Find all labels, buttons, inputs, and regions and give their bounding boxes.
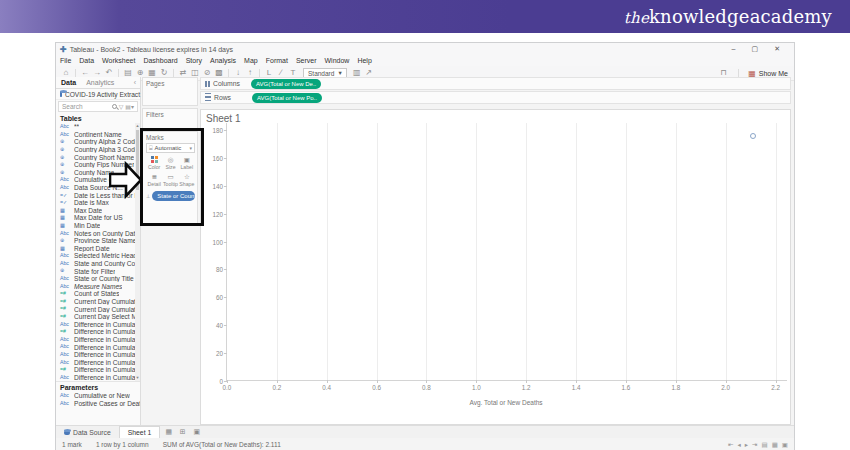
view-grid-icon[interactable]: ▦	[772, 441, 778, 449]
menu-file[interactable]: File	[60, 57, 71, 64]
field-row[interactable]: ⊕Province State Name	[56, 237, 140, 245]
y-tick	[224, 158, 227, 159]
field-row[interactable]: =#Count of States	[56, 290, 140, 298]
next-page-icon[interactable]: ▸	[745, 441, 748, 449]
filter-funnel-icon[interactable]: ▽	[119, 103, 124, 110]
annotation-arrow-icon	[109, 160, 143, 200]
tab-data-source[interactable]: Data Source	[58, 427, 117, 438]
collapse-pane-icon[interactable]: ‹	[134, 79, 140, 86]
field-row[interactable]: =#Difference in Cumulati...	[56, 328, 140, 336]
text-field-icon: Abc	[60, 185, 71, 190]
field-row[interactable]: ▦Max Date for US	[56, 214, 140, 222]
field-row[interactable]: AbcState and County Com...	[56, 260, 140, 268]
view-list-icon[interactable]: ▤	[762, 441, 768, 449]
menu-analysis[interactable]: Analysis	[210, 57, 236, 64]
rows-shelf[interactable]: Rows AVG(Total or New Po..	[200, 91, 791, 104]
menu-worksheet[interactable]: Worksheet	[102, 57, 135, 64]
title-bar: ✚ Tableau - Book2 - Tableau license expi…	[56, 43, 794, 55]
field-row[interactable]: Abc**	[56, 123, 140, 131]
geographic-field-icon: ⊕	[60, 268, 71, 273]
tab-analytics[interactable]: Analytics	[81, 79, 119, 86]
field-row[interactable]: AbcDifference in Cumulati...	[56, 351, 140, 359]
field-row[interactable]: AbcMeasure Names	[56, 282, 140, 290]
y-tick	[224, 269, 227, 270]
x-tick-label: 1.4	[572, 384, 581, 391]
tab-sheet1[interactable]: Sheet 1	[119, 426, 160, 438]
field-row[interactable]: AbcPositive Cases or Deaths	[56, 400, 140, 408]
field-row[interactable]: ⊕Country Alpha 2 Code	[56, 138, 140, 146]
menu-map[interactable]: Map	[244, 57, 258, 64]
prev-page-icon[interactable]: ◂	[738, 441, 741, 449]
field-row[interactable]: AbcState or County Title	[56, 275, 140, 283]
x-tick	[227, 380, 228, 383]
scatter-mark[interactable]	[750, 133, 756, 139]
y-tick-label: 40	[203, 322, 223, 329]
field-row[interactable]: AbcContinent Name	[56, 131, 140, 139]
gridline	[377, 123, 378, 380]
pages-shelf[interactable]: Pages	[142, 77, 198, 106]
x-tick	[526, 380, 527, 383]
gridline	[526, 123, 527, 380]
filters-shelf[interactable]: Filters	[142, 108, 198, 129]
field-row[interactable]: AbcDifference in Cumulati...	[56, 320, 140, 328]
search-input[interactable]: Search ▽ ▤▾	[58, 101, 138, 112]
field-row[interactable]: AbcSelected Metric Header	[56, 252, 140, 260]
field-row[interactable]: ⊕State for Filter	[56, 267, 140, 275]
new-dashboard-icon[interactable]: ⊞	[176, 427, 189, 438]
field-row[interactable]: ▦Max Date	[56, 207, 140, 215]
menu-help[interactable]: Help	[357, 57, 371, 64]
field-row[interactable]: =#Difference in Cumulati...	[56, 366, 140, 374]
last-page-icon[interactable]: ⇥	[752, 441, 757, 449]
menu-story[interactable]: Story	[186, 57, 202, 64]
new-sheet-buttons: ▦⊞▣	[162, 427, 203, 438]
boolean-calc-icon: =✓	[60, 200, 71, 205]
field-row[interactable]: AbcDifference in Cumulati...	[56, 336, 140, 344]
field-row[interactable]: =#Current Day Cumulativ...	[56, 298, 140, 306]
field-row[interactable]: ▦Report Date	[56, 245, 140, 253]
gridline	[576, 123, 577, 380]
field-label: Positive Cases or Deaths	[74, 400, 140, 407]
field-row[interactable]: ▦Min Date	[56, 222, 140, 230]
menu-window[interactable]: Window	[325, 57, 350, 64]
field-row[interactable]: AbcDifference in Cumulati...	[56, 343, 140, 351]
menu-data[interactable]: Data	[79, 57, 94, 64]
field-label: Count of States	[74, 290, 119, 297]
minimize-button[interactable]: –	[732, 45, 736, 53]
knowledgeacademy-logo: theknowledgeacademy	[624, 6, 832, 27]
field-row[interactable]: AbcDifference in Cumulati...	[56, 358, 140, 366]
tab-data[interactable]: Data	[56, 79, 81, 86]
menu-dashboard[interactable]: Dashboard	[143, 57, 177, 64]
field-row[interactable]: =#Current Day Select Me...	[56, 313, 140, 321]
columns-shelf[interactable]: Columns AVG(Total or New De..	[200, 77, 791, 90]
rows-pill[interactable]: AVG(Total or New Po..	[252, 93, 322, 103]
geographic-field-icon: ⊕	[60, 139, 71, 144]
field-label: Report Date	[74, 245, 110, 252]
field-row[interactable]: AbcCumulative or New	[56, 392, 140, 400]
view-options-icon[interactable]: ▤▾	[125, 103, 134, 110]
field-row[interactable]: AbcNotes on County Data ...	[56, 229, 140, 237]
menu-format[interactable]: Format	[266, 57, 288, 64]
field-row[interactable]: ⊕Country Alpha 3 Code	[56, 146, 140, 154]
new-worksheet-icon[interactable]: ▦	[162, 427, 175, 438]
x-tick-label: 2.2	[771, 384, 780, 391]
field-row[interactable]: =#Current Day Cumulativ...	[56, 305, 140, 313]
x-tick-label: 0.2	[272, 384, 281, 391]
columns-pill[interactable]: AVG(Total or New De..	[251, 79, 321, 89]
x-tick	[776, 380, 777, 383]
field-row[interactable]: AbcDifference in Cumulati...	[56, 374, 140, 381]
datasource-name: COVID-19 Activity Extract	[65, 91, 140, 98]
date-field-icon: ▦	[60, 208, 71, 213]
field-row[interactable]: =✓Date is Max	[56, 199, 140, 207]
x-tick-label: 0.8	[422, 384, 431, 391]
y-tick	[224, 130, 227, 131]
menu-server[interactable]: Server	[296, 57, 317, 64]
first-page-icon[interactable]: ⇤	[728, 441, 733, 449]
scroll-down-icon[interactable]: ▼	[135, 375, 140, 381]
close-button[interactable]: ✕	[774, 45, 780, 53]
new-story-icon[interactable]: ▣	[190, 427, 203, 438]
maximize-button[interactable]: ▢	[752, 45, 759, 53]
date-field-icon: ▦	[60, 215, 71, 220]
tab-sheet1-label: Sheet 1	[128, 429, 151, 436]
datasource-row[interactable]: COVID-19 Activity Extract	[56, 89, 140, 100]
view-full-icon[interactable]: ▣	[782, 441, 788, 449]
